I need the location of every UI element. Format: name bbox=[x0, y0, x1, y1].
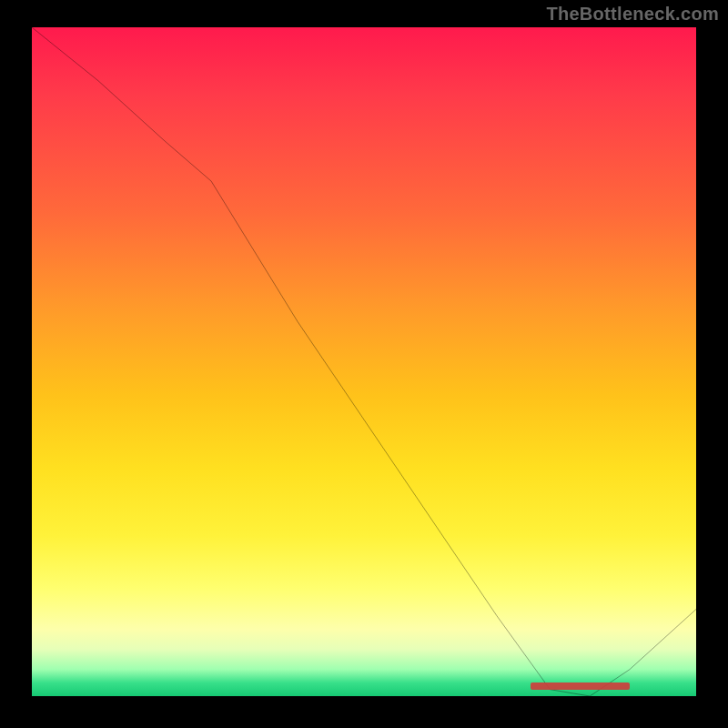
watermark-text: TheBottleneck.com bbox=[546, 4, 719, 25]
ideal-band-marker bbox=[531, 682, 631, 689]
curve-line bbox=[32, 27, 696, 696]
line-chart-svg bbox=[32, 27, 696, 696]
chart-frame: TheBottleneck.com bbox=[0, 0, 728, 728]
plot-area bbox=[32, 27, 696, 696]
